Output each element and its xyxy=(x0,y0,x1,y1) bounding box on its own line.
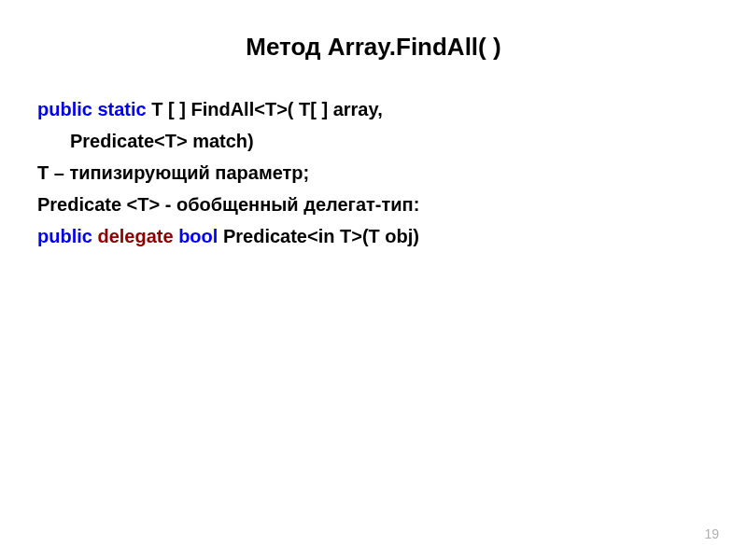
slide-content: public static T [ ] FindAll<T>( T[ ] arr… xyxy=(37,94,710,251)
code-line-5: public delegate bool Predicate<in T>(T o… xyxy=(37,221,710,251)
code-line-4: Predicate <T> - обобщенный делегат-тип: xyxy=(37,189,710,219)
code-text: Predicate<in T>(T obj) xyxy=(218,226,419,246)
code-line-1: public static T [ ] FindAll<T>( T[ ] arr… xyxy=(37,94,710,124)
keyword-delegate: delegate xyxy=(92,226,178,246)
keyword-public: public xyxy=(37,226,92,246)
code-line-3: T – типизирующий параметр; xyxy=(37,158,710,188)
keyword-bool: bool xyxy=(178,226,218,246)
code-line-2: Predicate<T> match) xyxy=(37,126,710,156)
keyword-public-static: public static xyxy=(37,99,147,119)
slide-title: Метод Array.FindAll( ) xyxy=(37,33,710,62)
page-number: 19 xyxy=(704,526,719,541)
code-text: T [ ] FindAll<T>( T[ ] array, xyxy=(147,99,383,119)
